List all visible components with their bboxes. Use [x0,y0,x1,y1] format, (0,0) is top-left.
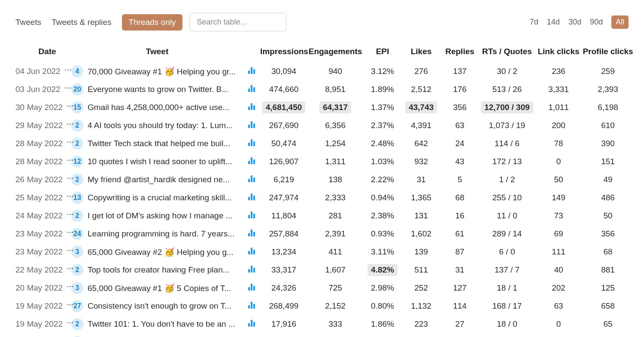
col-profile-clicks[interactable]: Profile clicks [582,47,634,56]
range-all[interactable]: All [611,15,629,29]
tweet-text[interactable]: 65,000 Giveaway #2 🥳 Helping you g... [88,247,234,257]
col-epi[interactable]: EPI [363,47,402,56]
cell-replies: 127 [440,283,479,293]
cell-profile-clicks: 2,393 [582,85,634,94]
table-row[interactable]: 20 May 2022 ··· 3 65,000 Giveaway #1 🥳 5… [15,279,629,297]
tweet-text[interactable]: Consistency isn't enough to grow on T... [88,301,231,311]
cell-epi: 2.48% [363,139,402,148]
more-icon[interactable]: ··· [67,194,74,199]
analytics-icon[interactable] [248,157,255,164]
table-row[interactable]: 25 May 2022 ··· 13 Copywriting is a cruc… [15,189,629,207]
tweet-text[interactable]: Learning programming is hard. 7 years... [88,229,234,239]
col-rts-quotes[interactable]: RTs / Quotes [479,47,535,56]
tweet-text[interactable]: 70,000 Giveaway #1 🥳 Helping you gr... [88,67,236,77]
tab-tweets-replies[interactable]: Tweets & replies [52,18,111,27]
table-row[interactable]: 29 May 2022 ··· 2 4 AI tools you should … [15,116,629,135]
cell-impressions: 257,884 [260,229,307,239]
analytics-icon[interactable] [248,193,255,200]
more-icon[interactable]: ··· [65,86,72,90]
more-icon[interactable]: ··· [67,104,74,108]
cell-impressions: 268,499 [260,301,307,311]
analytics-icon[interactable] [248,320,255,327]
analytics-icon[interactable] [248,302,255,309]
analytics-icon[interactable] [248,121,255,128]
cell-rts-quotes: 255 / 10 [479,193,535,202]
cell-profile-clicks: 658 [582,301,634,311]
cell-date: 28 May 2022 [15,139,63,148]
more-icon[interactable]: ··· [65,68,72,72]
cell-link-clicks: 0 [535,319,582,329]
table-row[interactable]: 26 May 2022 ··· 2 My friend @artist_hard… [15,171,629,189]
cell-epi: 1.37% [363,103,402,112]
more-icon[interactable]: ··· [67,267,74,271]
more-icon[interactable]: ··· [67,248,74,253]
analytics-icon[interactable] [248,175,255,182]
tweet-text[interactable]: 65,000 Giveaway #1 🥳 5 Copies of T... [88,283,231,293]
tweet-text[interactable]: My friend @artist_hardik designed ne... [88,175,230,184]
tab-tweets[interactable]: Tweets [15,18,41,27]
analytics-icon[interactable] [248,67,255,74]
cell-likes: 31 [402,175,440,184]
tweet-text[interactable]: Twitter 101: 1. You don't have to be an … [88,319,235,329]
range-90d[interactable]: 90d [590,18,603,27]
range-30d[interactable]: 30d [568,18,581,27]
cell-rts-quotes: 172 / 13 [479,157,535,166]
col-engagements[interactable]: Engagements [307,47,363,56]
analytics-icon[interactable] [248,248,255,254]
range-14d[interactable]: 14d [547,18,560,27]
table-row[interactable]: 24 May 2022 ··· 2 I get lot of DM's aski… [15,207,629,225]
table-row[interactable]: 23 May 2022 ··· 24 Learning programming … [15,225,629,243]
analytics-icon[interactable] [248,284,255,291]
col-replies[interactable]: Replies [440,47,479,56]
table-row[interactable]: 28 May 2022 ··· 2 Twitter Tech stack tha… [15,135,629,153]
analytics-icon[interactable] [248,266,255,273]
tweet-text[interactable]: Gmail has 4,258,000,000+ active use... [88,103,229,112]
col-date[interactable]: Date [15,47,71,56]
analytics-icon[interactable] [248,211,255,218]
tweet-text[interactable]: Top tools for creator having Free plan..… [88,265,230,275]
more-icon[interactable]: ··· [67,321,74,325]
table-row[interactable]: 03 Jun 2022 ··· 20 Everyone wants to gro… [15,80,629,98]
table-row[interactable]: 04 Jun 2022 ··· 4 70,000 Giveaway #1 🥳 H… [15,62,629,80]
analytics-icon[interactable] [248,85,255,92]
table-row[interactable]: 19 May 2022 ··· 2 Twitter 101: 1. You do… [15,315,629,333]
tweet-text[interactable]: 10 quotes I wish I read sooner to uplift… [88,157,232,166]
col-likes[interactable]: Likes [402,47,440,56]
cell-replies: 176 [440,85,479,94]
cell-impressions: 13,234 [260,247,307,257]
tweet-text[interactable]: Twitter Tech stack that helped me buil..… [88,139,230,148]
col-impressions[interactable]: Impressions [260,47,307,56]
more-icon[interactable]: ··· [67,176,74,181]
more-icon[interactable]: ··· [67,230,74,235]
more-icon[interactable]: ··· [67,140,74,144]
cell-profile-clicks: 486 [582,193,634,202]
table-row[interactable]: 19 May 2022 ··· 27 Consistency isn't eno… [15,297,629,315]
col-tweet[interactable]: Tweet [71,47,243,56]
more-icon[interactable]: ··· [67,212,74,217]
table-row[interactable]: 30 May 2022 ··· 15 Gmail has 4,258,000,0… [15,98,629,116]
cell-engagements: 2,391 [307,229,363,239]
tweet-text[interactable]: Everyone wants to grow on Twitter. B... [88,85,228,94]
analytics-icon[interactable] [248,103,255,110]
cell-replies: 356 [440,103,479,112]
table-row[interactable]: 22 May 2022 ··· 2 Top tools for creator … [15,261,629,279]
table-row[interactable]: 18 May 2022 ··· 2 Web developers probabl… [15,333,629,337]
more-icon[interactable]: ··· [67,303,74,307]
range-7d[interactable]: 7d [530,18,538,27]
analytics-icon[interactable] [248,230,255,236]
cell-replies: 43 [440,157,479,166]
cell-likes: 1,365 [402,193,440,202]
cell-link-clicks: 40 [535,265,582,275]
tweet-text[interactable]: 4 AI tools you should try today: 1. Lum.… [88,121,233,130]
tweet-text[interactable]: Copywriting is a crucial marketing skill… [88,193,232,202]
col-link-clicks[interactable]: Link clicks [535,47,582,56]
search-input[interactable] [189,13,286,31]
more-icon[interactable]: ··· [67,158,74,162]
table-row[interactable]: 23 May 2022 ··· 3 65,000 Giveaway #2 🥳 H… [15,243,629,261]
analytics-icon[interactable] [248,139,255,146]
more-icon[interactable]: ··· [67,285,74,289]
more-icon[interactable]: ··· [67,122,74,126]
table-row[interactable]: 28 May 2022 ··· 12 10 quotes I wish I re… [15,153,629,171]
tweet-text[interactable]: I get lot of DM's asking how I manage ..… [88,211,232,221]
tab-threads-only[interactable]: Threads only [122,14,183,31]
